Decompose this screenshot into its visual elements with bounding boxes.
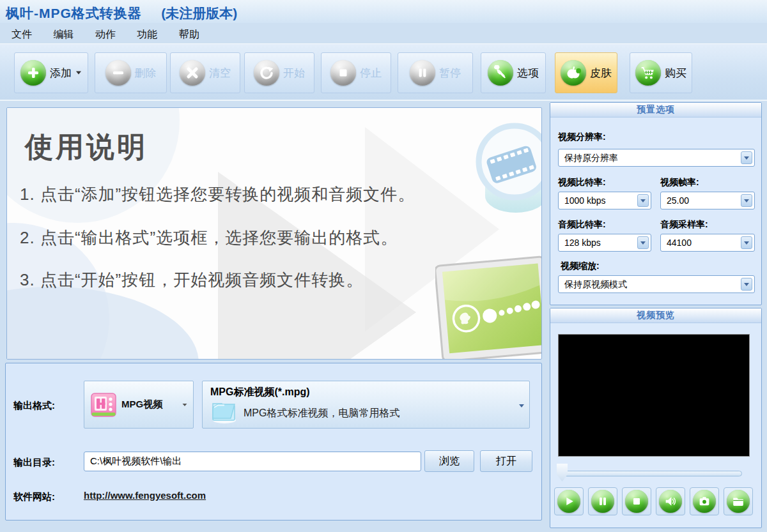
website-link[interactable]: http://www.fengyesoft.com <box>84 490 206 501</box>
preset-options-panel: 预置选项 视频分辨率: 保持原分辨率 视频比特率: 视频帧率: 1000 kbp… <box>550 102 762 305</box>
output-format-label: 输出格式: <box>13 400 55 412</box>
app-window: 枫叶-MPG格式转换器 (未注册版本) 文件 编辑 动作 功能 帮助 添加 删除 <box>0 0 767 532</box>
options-button[interactable]: 选项 <box>481 52 546 93</box>
video-resolution-label: 视频分辨率: <box>558 132 606 143</box>
output-dir-label: 输出目录: <box>13 457 55 469</box>
video-preview-panel: 视频预览 <box>550 308 762 528</box>
video-scale-select[interactable]: 保持原视频模式 <box>558 275 755 293</box>
preview-play-button[interactable] <box>554 487 584 515</box>
chevron-down-icon <box>741 194 752 207</box>
title-bar: 枫叶-MPG格式转换器 (未注册版本) <box>0 0 767 23</box>
chevron-down-icon <box>741 151 752 164</box>
video-bitrate-select[interactable]: 1000 kbps <box>558 192 651 209</box>
folder-icon <box>727 490 750 513</box>
seek-slider-track[interactable] <box>561 471 742 476</box>
menu-bar: 文件 编辑 动作 功能 帮助 <box>0 23 767 43</box>
preview-open-folder-button[interactable] <box>724 487 753 515</box>
film-reel-graphic <box>474 119 542 222</box>
site-label: 软件网站: <box>13 491 55 503</box>
clear-x-icon <box>180 60 205 86</box>
browse-button[interactable]: 浏览 <box>424 450 474 472</box>
chevron-down-icon <box>741 236 752 249</box>
folder-icon <box>209 399 238 424</box>
preview-pause-button[interactable] <box>588 487 617 515</box>
delete-button[interactable]: 删除 <box>95 52 167 93</box>
instructions-panel: 使用说明 1. 点击“添加”按钮选择您要转换的视频和音频文件。 2. 点击“输出… <box>6 107 542 360</box>
window-title: 枫叶-MPG格式转换器 <box>6 6 142 20</box>
toolbar: 添加 删除 清空 开始 停止 <box>0 43 767 101</box>
buy-button[interactable]: 购买 <box>630 52 692 93</box>
menu-edit[interactable]: 编辑 <box>48 27 79 43</box>
video-display <box>558 334 750 457</box>
buy-cart-icon <box>635 60 661 86</box>
preview-panel-header: 视频预览 <box>550 308 761 323</box>
start-button[interactable]: 开始 <box>244 52 314 93</box>
start-arrow-icon <box>254 60 279 86</box>
options-tools-icon <box>488 60 513 86</box>
preset-panel-header: 预置选项 <box>550 103 761 118</box>
audio-bitrate-label: 音频比特率: <box>558 219 606 231</box>
chevron-down-icon <box>741 278 752 291</box>
menu-feature[interactable]: 功能 <box>132 27 162 43</box>
video-bitrate-label: 视频比特率: <box>558 177 606 188</box>
monitor-graphic <box>435 255 542 360</box>
preview-stop-button[interactable] <box>622 487 651 515</box>
instruction-step-2: 2. 点击“输出格式”选项框，选择您要输出的格式。 <box>20 227 398 249</box>
output-panel: 输出格式: MPG视频 MPG标准视频(*.mpg) MPG格 <box>5 363 542 521</box>
remove-minus-icon <box>105 60 131 86</box>
pause-icon <box>591 490 614 513</box>
output-dir-input[interactable] <box>84 452 421 471</box>
video-framerate-label: 视频帧率: <box>660 177 699 188</box>
video-scale-label: 视频缩放: <box>561 261 600 272</box>
open-button[interactable]: 打开 <box>480 450 532 472</box>
preview-volume-button[interactable] <box>656 487 685 515</box>
chevron-down-icon <box>519 404 524 407</box>
instruction-step-1: 1. 点击“添加”按钮选择您要转换的视频和音频文件。 <box>20 183 415 206</box>
audio-samplerate-label: 音频采样率: <box>660 219 708 231</box>
add-button[interactable]: 添加 <box>14 52 88 93</box>
volume-speaker-icon <box>659 490 682 513</box>
video-resolution-select[interactable]: 保持原分辨率 <box>558 149 755 167</box>
output-format-select[interactable]: MPG视频 <box>84 381 194 429</box>
pause-button[interactable]: 暂停 <box>398 52 473 93</box>
output-format-description[interactable]: MPG标准视频(*.mpg) MPG格式标准视频，电脑常用格式 <box>202 381 530 429</box>
clear-button[interactable]: 清空 <box>170 52 240 93</box>
stop-square-icon <box>330 60 356 86</box>
audio-bitrate-select[interactable]: 128 kbps <box>558 234 651 252</box>
instruction-step-3: 3. 点击“开始”按钮，开始视频音频文件转换。 <box>20 269 363 291</box>
audio-samplerate-select[interactable]: 44100 <box>660 234 755 252</box>
camera-icon <box>693 490 716 513</box>
video-framerate-select[interactable]: 25.00 <box>660 192 755 209</box>
stop-square-icon <box>625 490 648 513</box>
pause-icon <box>410 60 435 86</box>
add-plus-icon <box>20 60 46 86</box>
instructions-title: 使用说明 <box>25 128 148 166</box>
chevron-down-icon <box>637 236 649 249</box>
chevron-down-icon <box>637 194 649 207</box>
menu-help[interactable]: 帮助 <box>174 27 205 43</box>
unregistered-badge: (未注册版本) <box>161 6 237 20</box>
add-dropdown-caret <box>76 72 81 75</box>
mpg-format-icon <box>89 391 118 419</box>
skin-button[interactable]: 皮肤 <box>555 52 617 93</box>
menu-action[interactable]: 动作 <box>90 27 121 43</box>
format-dropdown-caret <box>183 403 187 406</box>
play-icon <box>557 490 580 513</box>
menu-file[interactable]: 文件 <box>6 27 37 43</box>
skin-apple-icon <box>561 60 586 86</box>
stop-button[interactable]: 停止 <box>321 52 391 93</box>
preview-snapshot-button[interactable] <box>690 487 719 515</box>
seek-slider-thumb[interactable] <box>557 464 568 482</box>
